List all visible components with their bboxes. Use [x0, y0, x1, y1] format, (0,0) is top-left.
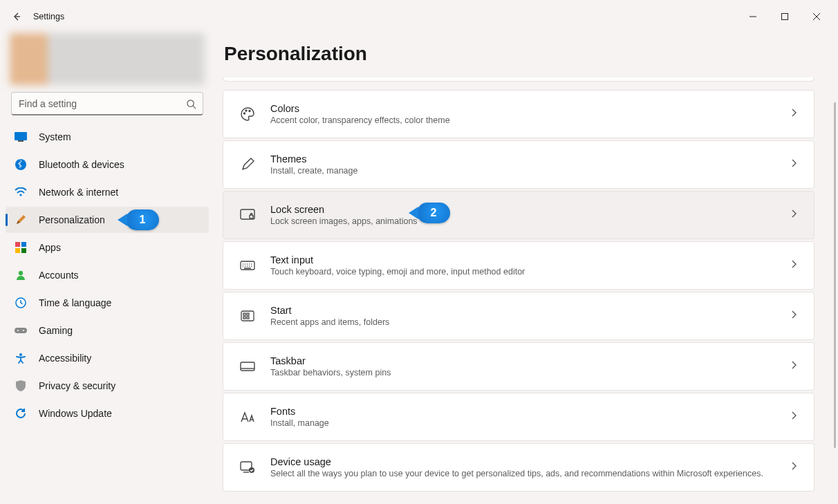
main-content: Personalization Colors Accent color, tra… [214, 33, 838, 504]
sidebar-item-label: Windows Update [39, 408, 112, 419]
card-title: Device usage [270, 456, 789, 467]
sidebar-item-label: Accessibility [39, 353, 91, 364]
svg-point-13 [17, 330, 19, 331]
device-check-icon [239, 458, 257, 476]
start-icon [239, 307, 257, 325]
sidebar: System Bluetooth & devices Network & int… [0, 33, 214, 504]
clock-icon [14, 296, 28, 310]
sidebar-item-accounts[interactable]: Accounts [6, 262, 209, 288]
svg-rect-23 [243, 313, 245, 315]
keyboard-icon [239, 256, 257, 274]
taskbar-icon [239, 357, 257, 375]
search-icon [186, 99, 196, 109]
card-subtitle: Accent color, transparency effects, colo… [270, 115, 789, 125]
minimize-button[interactable] [737, 6, 769, 28]
svg-point-17 [245, 110, 247, 111]
chevron-right-icon [789, 158, 799, 171]
svg-point-18 [249, 111, 250, 112]
card-deviceusage[interactable]: Device usage Select all the ways you pla… [223, 443, 814, 492]
paintbrush-icon [14, 213, 28, 227]
update-icon [14, 407, 28, 420]
search-button[interactable] [183, 95, 199, 112]
accessibility-icon [14, 351, 28, 365]
chevron-right-icon [789, 360, 799, 373]
back-button[interactable] [6, 6, 28, 28]
sidebar-item-apps[interactable]: Apps [6, 234, 209, 261]
svg-rect-27 [241, 362, 254, 371]
card-subtitle: Install, create, manage [270, 166, 789, 176]
chevron-right-icon [789, 259, 799, 272]
arrow-left-icon [11, 11, 22, 22]
user-profile-block[interactable] [10, 33, 205, 85]
card-themes[interactable]: Themes Install, create, manage [223, 140, 814, 189]
search-input[interactable] [11, 92, 203, 115]
card-textinput[interactable]: Text input Touch keyboard, voice typing,… [223, 241, 814, 290]
card-start[interactable]: Start Recent apps and items, folders [223, 292, 814, 340]
shield-icon [14, 379, 28, 393]
svg-point-15 [19, 353, 22, 356]
fonts-icon [239, 408, 257, 426]
sidebar-item-update[interactable]: Windows Update [6, 400, 209, 427]
card-subtitle: Install, manage [270, 418, 789, 428]
scrollbar[interactable] [834, 102, 836, 503]
sidebar-item-time[interactable]: Time & language [6, 290, 209, 316]
svg-point-1 [187, 100, 193, 106]
gamepad-icon [14, 324, 28, 337]
page-title: Personalization [224, 43, 819, 65]
sidebar-item-privacy[interactable]: Privacy & security [6, 373, 209, 399]
svg-rect-25 [243, 317, 245, 319]
minimize-icon [749, 12, 757, 21]
svg-point-14 [23, 330, 24, 331]
system-icon [14, 130, 28, 144]
svg-rect-0 [782, 14, 788, 20]
chevron-right-icon [789, 108, 799, 120]
sidebar-item-label: Accounts [39, 270, 79, 281]
card-subtitle: Touch keyboard, voice typing, emoji and … [270, 267, 789, 277]
svg-point-10 [19, 271, 23, 275]
annotation-callout-1: 1 [126, 209, 159, 230]
sidebar-item-label: Gaming [39, 325, 73, 336]
lock-screen-icon [239, 206, 257, 224]
maximize-icon [781, 12, 789, 21]
svg-point-29 [249, 467, 254, 473]
sidebar-item-label: Time & language [39, 297, 111, 308]
svg-rect-24 [247, 313, 249, 315]
card-title: Taskbar [270, 355, 789, 366]
card-subtitle: Taskbar behaviors, system pins [270, 368, 789, 377]
card-title: Fonts [270, 406, 789, 417]
card-lockscreen[interactable]: Lock screen Lock screen images, apps, an… [223, 191, 814, 239]
card-colors[interactable]: Colors Accent color, transparency effect… [223, 90, 814, 138]
sidebar-item-gaming[interactable]: Gaming [6, 317, 209, 344]
card-subtitle: Select all the ways you plan to use your… [270, 469, 789, 478]
apps-icon [14, 241, 28, 254]
card-subtitle: Lock screen images, apps, animations [270, 216, 789, 226]
svg-rect-26 [247, 317, 249, 319]
maximize-button[interactable] [769, 6, 801, 28]
svg-rect-6 [15, 242, 20, 247]
close-button[interactable] [801, 6, 832, 28]
sidebar-item-system[interactable]: System [6, 124, 209, 150]
card-taskbar[interactable]: Taskbar Taskbar behaviors, system pins [223, 342, 814, 391]
svg-rect-7 [21, 242, 26, 247]
chevron-right-icon [789, 411, 799, 423]
sidebar-item-personalization[interactable]: Personalization 1 [6, 207, 209, 233]
window-title: Settings [33, 12, 64, 21]
card-title: Themes [270, 153, 789, 165]
sidebar-item-accessibility[interactable]: Accessibility [6, 345, 209, 371]
previous-card-clip[interactable] [223, 77, 814, 82]
sidebar-item-label: Privacy & security [39, 380, 115, 391]
svg-rect-9 [21, 248, 26, 253]
bluetooth-icon [14, 158, 28, 171]
card-fonts[interactable]: Fonts Install, manage [223, 393, 814, 441]
svg-rect-3 [18, 140, 24, 142]
palette-icon [239, 105, 257, 123]
svg-rect-8 [15, 248, 20, 253]
person-icon [14, 268, 28, 282]
card-title: Colors [270, 103, 789, 114]
scrollbar-thumb[interactable] [834, 102, 836, 448]
sidebar-item-label: Bluetooth & devices [39, 159, 124, 170]
sidebar-item-bluetooth[interactable]: Bluetooth & devices [6, 151, 209, 178]
svg-rect-22 [241, 311, 254, 321]
sidebar-item-network[interactable]: Network & internet [6, 179, 209, 205]
svg-rect-2 [15, 132, 27, 140]
